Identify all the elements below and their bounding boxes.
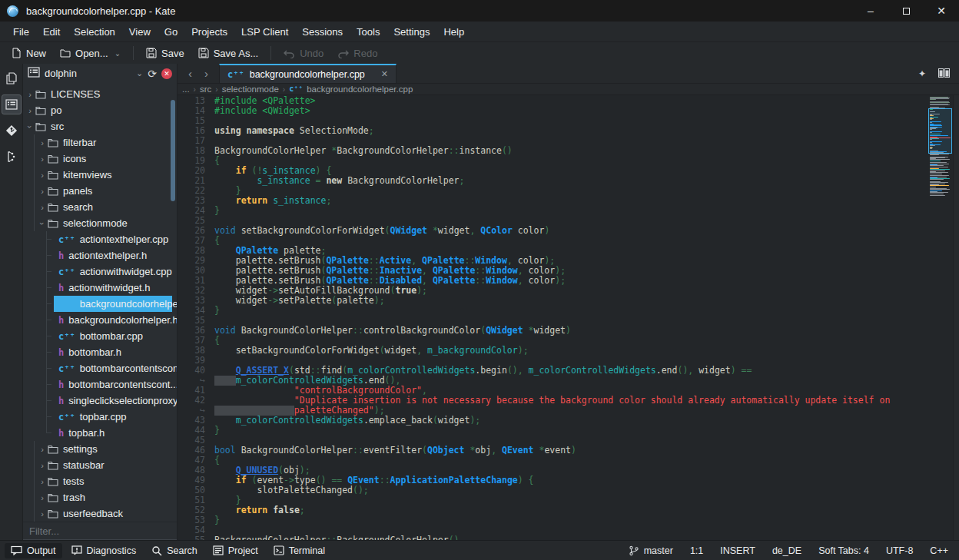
- highlighting-mode-status[interactable]: C++: [930, 545, 948, 556]
- tab-close-icon[interactable]: ✕: [381, 69, 388, 79]
- tab-backgroundcolorhelper[interactable]: c⁺⁺ backgroundcolorhelper.cpp ✕: [219, 64, 397, 83]
- close-project-icon[interactable]: ✕: [161, 68, 172, 79]
- chevron-collapsed-icon[interactable]: ›: [38, 509, 46, 519]
- tree-file-bottombarcontentscont-[interactable]: c⁺⁺bottombarcontentscont...: [23, 360, 177, 376]
- refresh-icon[interactable]: ⟳: [148, 68, 157, 80]
- tree-file-actiontexthelper-h[interactable]: hactiontexthelper.h: [23, 247, 177, 263]
- search-toolview-button[interactable]: Search: [145, 543, 204, 558]
- tree-folder-settings[interactable]: ›settings: [23, 441, 177, 457]
- open-button[interactable]: Open...⌄: [54, 45, 127, 61]
- dictionary-status[interactable]: de_DE: [772, 545, 801, 556]
- tree-folder-search[interactable]: ›search: [23, 199, 177, 215]
- code-text: [213, 525, 928, 535]
- tree-file-actiontexthelper-cpp[interactable]: c⁺⁺actiontexthelper.cpp: [23, 231, 177, 247]
- output-toolview-button[interactable]: Output: [5, 543, 62, 558]
- chevron-collapsed-icon[interactable]: ›: [26, 90, 34, 99]
- tree-file-topbar-cpp[interactable]: c⁺⁺topbar.cpp: [23, 409, 177, 425]
- menu-item-projects[interactable]: Projects: [184, 23, 234, 41]
- tree-folder-tests[interactable]: ›tests: [23, 473, 177, 489]
- breadcrumb-item-selectionmode[interactable]: selectionmode: [222, 84, 279, 94]
- new-button[interactable]: New: [5, 45, 52, 61]
- tree-folder-userfeedback[interactable]: ›userfeedback: [23, 505, 177, 522]
- toolview-git-button[interactable]: [2, 121, 22, 141]
- chevron-collapsed-icon[interactable]: ›: [38, 138, 46, 147]
- tree-folder-filterbar[interactable]: ›filterbar: [23, 134, 177, 151]
- tree-file-actionwithwidget-cpp[interactable]: c⁺⁺actionwithwidget.cpp: [23, 263, 177, 280]
- chevron-expanded-icon[interactable]: ›: [25, 123, 35, 131]
- encoding-status[interactable]: UTF-8: [886, 545, 913, 556]
- tree-file-bottombarcontentscont-[interactable]: hbottombarcontentscont...: [23, 376, 177, 393]
- menu-item-sessions[interactable]: Sessions: [295, 23, 350, 41]
- chevron-collapsed-icon[interactable]: ›: [38, 154, 46, 164]
- chevron-collapsed-icon[interactable]: ›: [38, 445, 46, 454]
- code-line: 13#include <QPalette>: [178, 96, 928, 106]
- chevron-right-icon[interactable]: ›: [204, 67, 208, 80]
- tree-folder-kitemviews[interactable]: ›kitemviews: [23, 167, 177, 183]
- tree-folder-icons[interactable]: ›icons: [23, 151, 177, 167]
- chevron-collapsed-icon[interactable]: ›: [38, 477, 46, 486]
- tree-folder-trash[interactable]: ›trash: [23, 489, 177, 505]
- breadcrumb-item-src[interactable]: src: [200, 84, 211, 94]
- split-view-icon[interactable]: [938, 67, 950, 81]
- input-mode-status[interactable]: INSERT: [720, 545, 755, 556]
- menu-item-help[interactable]: Help: [436, 23, 471, 41]
- tree-file-backgroundcolorhelper-h[interactable]: hbackgroundcolorhelper.h: [23, 312, 177, 328]
- quick-open-icon[interactable]: ✦: [918, 68, 926, 79]
- project-selector[interactable]: dolphin: [45, 68, 77, 79]
- tree-folder-src[interactable]: ›src: [23, 118, 177, 134]
- breadcrumb-file[interactable]: backgroundcolorhelper.cpp: [307, 84, 413, 94]
- menu-item-file[interactable]: File: [6, 23, 36, 41]
- chevron-collapsed-icon[interactable]: ›: [38, 203, 46, 212]
- editor-view[interactable]: 13#include <QPalette>14#include <QWidget…: [178, 95, 959, 540]
- menu-item-lsp-client[interactable]: LSP Client: [234, 23, 295, 41]
- tab-width-status[interactable]: Soft Tabs: 4: [818, 545, 869, 556]
- tree-file-bottombar-h[interactable]: hbottombar.h: [23, 344, 177, 360]
- saveas-button[interactable]: Save As...: [192, 45, 265, 61]
- chevron-left-icon[interactable]: ‹: [188, 67, 192, 80]
- maximize-button[interactable]: [888, 0, 924, 22]
- cpp-file-icon: c⁺⁺: [58, 364, 75, 373]
- project-toolview-button[interactable]: Project: [207, 543, 264, 558]
- tree-file-actionwithwidget-h[interactable]: hactionwithwidget.h: [23, 280, 177, 296]
- git-branch-status[interactable]: master: [629, 545, 673, 556]
- menu-item-settings[interactable]: Settings: [387, 23, 436, 41]
- chevron-collapsed-icon[interactable]: ›: [38, 493, 46, 502]
- tree-item-label: topbar.h: [68, 427, 105, 439]
- cursor-position-status[interactable]: 1:1: [690, 545, 703, 556]
- toolview-documents-button[interactable]: [2, 68, 22, 88]
- caret-down-icon[interactable]: ⌄: [136, 68, 143, 78]
- menu-item-go[interactable]: Go: [158, 23, 184, 41]
- menu-item-selection[interactable]: Selection: [67, 23, 121, 41]
- terminal-toolview-button[interactable]: Terminal: [267, 543, 331, 558]
- caret-down-icon[interactable]: ⌄: [114, 49, 121, 58]
- chevron-collapsed-icon[interactable]: ›: [38, 171, 46, 180]
- close-button[interactable]: ✕: [924, 0, 959, 22]
- tree-file-bottombar-cpp[interactable]: c⁺⁺bottombar.cpp: [23, 328, 177, 344]
- chevron-expanded-icon[interactable]: ›: [38, 220, 47, 227]
- tree-folder-selectionmode[interactable]: ›selectionmode: [23, 215, 177, 231]
- toolview-symbols-button[interactable]: [2, 147, 22, 167]
- tree-file-topbar-h[interactable]: htopbar.h: [23, 425, 177, 441]
- chevron-collapsed-icon[interactable]: ›: [38, 187, 46, 196]
- tree-folder-panels[interactable]: ›panels: [23, 183, 177, 199]
- diagnostics-toolview-button[interactable]: Diagnostics: [65, 543, 143, 558]
- tree-folder-po[interactable]: ›po: [23, 102, 177, 118]
- tree-folder-LICENSES[interactable]: ›LICENSES: [23, 86, 177, 102]
- minimize-button[interactable]: –: [853, 0, 888, 22]
- minimap-scrollbar[interactable]: [928, 95, 953, 540]
- chevron-collapsed-icon[interactable]: ›: [26, 106, 34, 115]
- menu-item-edit[interactable]: Edit: [36, 23, 67, 41]
- breadcrumb-item-[interactable]: ...: [182, 84, 190, 94]
- cpp-file-icon: c⁺⁺: [58, 332, 75, 341]
- menu-item-view[interactable]: View: [122, 23, 158, 41]
- toolview-projects-button[interactable]: [2, 94, 22, 114]
- menu-item-tools[interactable]: Tools: [350, 23, 387, 41]
- tree-file-backgroundcolorhelper-c-[interactable]: c⁺⁺backgroundcolorhelper.c...: [23, 296, 177, 312]
- tree-file-singleclickselectionproxy-[interactable]: hsingleclickselectionproxy...: [23, 393, 177, 409]
- code-line: 34}: [178, 306, 928, 316]
- tree-folder-statusbar[interactable]: ›statusbar: [23, 457, 177, 473]
- filter-input[interactable]: [23, 522, 177, 540]
- chevron-collapsed-icon[interactable]: ›: [38, 461, 46, 470]
- minimap-viewport[interactable]: [928, 108, 952, 154]
- save-button[interactable]: Save: [140, 45, 191, 61]
